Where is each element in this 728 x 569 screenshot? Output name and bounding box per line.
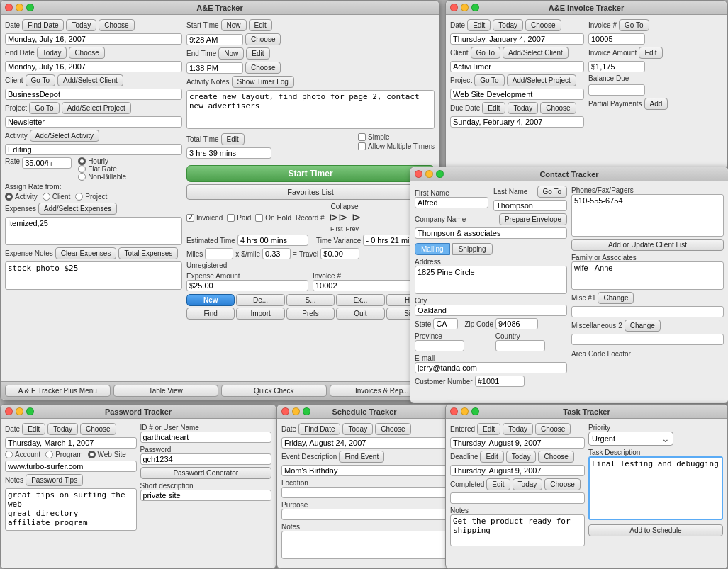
province-field[interactable] (415, 340, 464, 351)
task-choose-btn[interactable]: Choose (535, 423, 571, 435)
prepare-envelope-button[interactable]: Prepare Envelope (499, 213, 567, 225)
contact-close[interactable] (415, 170, 422, 178)
add-client-button[interactable]: Add/Select Client (57, 74, 123, 86)
customer-num-field[interactable] (475, 376, 525, 387)
pw-edit-btn[interactable]: Edit (22, 423, 45, 435)
task-today-btn[interactable]: Today (503, 423, 533, 435)
balance-due-field[interactable] (588, 84, 645, 96)
phones-field[interactable]: 510-555-6754 (571, 194, 724, 237)
program-radio[interactable]: Program (45, 451, 82, 458)
now-end-button[interactable]: Now (218, 47, 244, 60)
invoice-today-btn[interactable]: Today (493, 19, 523, 31)
task-notes-field[interactable]: Get the product ready for shipping (450, 514, 585, 546)
city-field[interactable] (415, 305, 567, 316)
pw-notes-field[interactable]: great tips on surfing the web great dire… (5, 488, 137, 531)
misc2-field[interactable] (571, 334, 724, 345)
simple-checkbox[interactable]: Simple (358, 133, 435, 141)
invoice-add-btn[interactable]: Add (644, 98, 668, 110)
end-date-field[interactable] (5, 61, 182, 72)
total-expenses-button[interactable]: Total Expenses (118, 247, 178, 259)
pw-website-field[interactable] (5, 461, 137, 472)
choose-end-button[interactable]: Choose (69, 47, 104, 59)
maximize-button[interactable] (26, 4, 34, 11)
estimated-time-field[interactable] (237, 235, 308, 246)
edit-total-button[interactable]: Edit (221, 133, 245, 145)
task-today3-btn[interactable]: Today (513, 478, 543, 490)
flat-rate-radio[interactable]: Flat Rate (78, 165, 126, 173)
sched-event-field[interactable] (281, 465, 447, 476)
start-timer-button[interactable]: Start Timer (186, 165, 435, 182)
schedule-max[interactable] (303, 407, 310, 415)
invoice-amount-field[interactable] (588, 61, 645, 72)
invoiced-checkbox[interactable]: Invoiced (186, 214, 223, 222)
task-min[interactable] (461, 407, 469, 415)
edit-start-button[interactable]: Edit (249, 19, 272, 31)
contact-max[interactable] (436, 170, 444, 178)
show-timer-log-button[interactable]: Show Timer Log (232, 76, 294, 88)
sched-purpose-field[interactable] (281, 509, 447, 520)
ae-invoice-min[interactable] (461, 4, 469, 11)
company-field[interactable] (415, 227, 567, 239)
add-project-button[interactable]: Add/Select Project (62, 102, 131, 114)
activity-field[interactable] (5, 144, 182, 155)
task-edit3-btn[interactable]: Edit (486, 478, 510, 490)
invoice-goto-project-btn[interactable]: Go To (474, 74, 505, 86)
today-end-button[interactable]: Today (37, 47, 67, 59)
task-entered-field[interactable] (450, 437, 585, 449)
quick-check-button[interactable]: Quick Check (221, 385, 327, 397)
new-button[interactable]: New (186, 294, 235, 306)
main-menu-button[interactable]: A & E Tracker Plus Menu (5, 385, 111, 397)
task-max[interactable] (471, 407, 479, 415)
delete-button[interactable]: De... (236, 294, 284, 306)
goto-client-button[interactable]: Go To (26, 74, 56, 86)
sched-today-btn[interactable]: Today (342, 423, 373, 435)
invoice-goto-client-btn[interactable]: Go To (471, 47, 501, 59)
password-close[interactable] (5, 407, 13, 415)
address-field[interactable]: 1825 Pine Circle (415, 266, 567, 294)
sched-date-field[interactable] (281, 437, 447, 449)
family-field[interactable]: wife - Anne (571, 261, 724, 290)
end-time-field[interactable] (186, 62, 243, 74)
prev-icon[interactable]: ⊳ (352, 210, 361, 224)
project-radio[interactable]: Project (75, 193, 107, 201)
contact-min[interactable] (425, 170, 433, 178)
invoice-project-field[interactable] (450, 89, 584, 100)
website-radio[interactable]: Web Site (88, 451, 126, 458)
non-billable-radio[interactable]: Non-Billable (78, 173, 126, 181)
mailing-tab[interactable]: Mailing (415, 243, 450, 255)
invoice-add-project-btn[interactable]: Add/Select Project (507, 74, 576, 86)
invoice-due-date-field[interactable] (450, 116, 584, 128)
task-completed-field[interactable] (450, 492, 585, 504)
favorites-list-button[interactable]: Favorites List (186, 184, 435, 200)
goto-project-button[interactable]: Go To (29, 102, 60, 114)
find-button[interactable]: Find (186, 308, 235, 320)
account-radio[interactable]: Account (5, 451, 40, 458)
invoice-choose2-btn[interactable]: Choose (540, 102, 576, 114)
client-radio[interactable]: Client (43, 193, 71, 201)
travel-field[interactable] (320, 248, 359, 259)
minimize-button[interactable] (16, 4, 23, 11)
close-button[interactable] (5, 4, 13, 11)
per-mile-field[interactable] (262, 248, 291, 259)
first-name-field[interactable] (415, 197, 488, 208)
schedule-min[interactable] (292, 407, 300, 415)
invoice-edit-date-btn[interactable]: Edit (467, 19, 491, 31)
quit-button[interactable]: Quit (336, 308, 384, 320)
allow-multiple-checkbox[interactable]: Allow Multiple Timers (358, 142, 435, 150)
add-expenses-button[interactable]: Add/Select Expenses (38, 203, 117, 215)
misc1-field[interactable] (571, 306, 724, 317)
pw-password-field[interactable] (140, 453, 272, 465)
state-field[interactable] (433, 318, 458, 329)
invoice-add-client-btn[interactable]: Add/Select Client (503, 47, 569, 59)
client-field[interactable] (5, 89, 182, 100)
total-time-field[interactable] (186, 147, 271, 159)
now-start-button[interactable]: Now (221, 19, 247, 31)
activity-notes-field[interactable]: create new layout, find photo for page 2… (186, 90, 435, 129)
hourly-radio[interactable]: Hourly (78, 157, 126, 165)
add-activity-button[interactable]: Add/Select Activity (30, 130, 99, 142)
ex-button[interactable]: Ex... (336, 294, 384, 306)
ae-invoice-close[interactable] (450, 4, 458, 11)
clear-expenses-button[interactable]: Clear Expenses (55, 247, 117, 259)
task-choose2-btn[interactable]: Choose (538, 451, 573, 463)
rate-field[interactable] (22, 157, 72, 169)
